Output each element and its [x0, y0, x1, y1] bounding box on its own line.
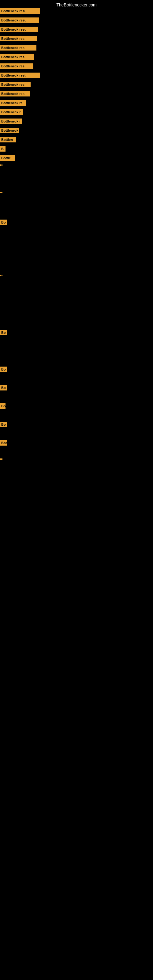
bar-item-22: Bo: [0, 330, 7, 335]
bar-item-7: Bottleneck res: [0, 64, 33, 69]
bar-item-18: |: [0, 164, 2, 166]
bar-item-24: Bo: [0, 385, 7, 390]
bar-item-4: Bottleneck res: [0, 36, 37, 41]
bar-item-5: Bottleneck res: [0, 45, 37, 51]
bar-item-2: Bottleneck resu: [0, 18, 39, 23]
bar-item-12: Bottleneck r: [0, 109, 23, 115]
site-title: TheBottlenecker.com: [56, 2, 97, 7]
bar-item-26: Bo: [0, 422, 7, 427]
bar-item-16: B: [0, 146, 5, 151]
bar-item-13: Bottleneck r: [0, 119, 22, 124]
bar-item-1: Bottleneck resu: [0, 8, 40, 14]
bar-item-9: Bottleneck res: [0, 82, 30, 87]
bar-item-21: |: [0, 275, 2, 276]
bar-item-23: Bo: [0, 367, 7, 372]
bar-item-17: Bottle: [0, 155, 15, 161]
bar-item-8: Bottleneck rest: [0, 73, 40, 78]
bar-item-10: Bottleneck res: [0, 91, 30, 97]
bar-item-20: Bo: [0, 220, 7, 225]
bar-item-19: [0, 192, 2, 193]
bar-item-15: Bottlen: [0, 137, 16, 142]
bar-item-25: Bo: [0, 403, 5, 409]
bar-item-3: Bottleneck resu: [0, 27, 38, 32]
bar-item-11: Bottleneck re: [0, 100, 26, 106]
bar-item-27: Bot: [0, 440, 7, 445]
bar-item-14: Bottleneck e: [0, 128, 19, 133]
bar-item-6: Bottleneck res: [0, 54, 34, 60]
bar-item-28: [0, 458, 2, 460]
